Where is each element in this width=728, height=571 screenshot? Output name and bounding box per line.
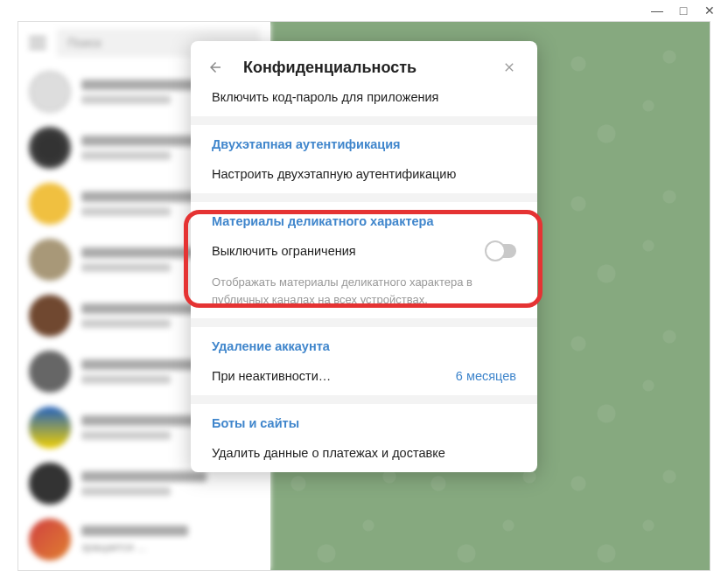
avatar [29, 351, 71, 393]
clear-payment-data-row[interactable]: Удалить данные о платежах и доставке [191, 437, 537, 472]
window-controls: — □ ✕ [644, 2, 723, 19]
section-divider [191, 193, 537, 202]
delete-inactivity-value: 6 месяцев [456, 369, 516, 383]
passcode-row[interactable]: Включить код-пароль для приложения [191, 90, 537, 116]
delete-inactivity-row[interactable]: При неактивности… 6 месяцев [191, 360, 537, 395]
avatar [29, 519, 71, 561]
two-step-section-title: Двухэтапная аутентификация [191, 125, 537, 158]
disable-filtering-toggle[interactable] [486, 244, 516, 258]
sensitive-content-section-title: Материалы деликатного характера [191, 202, 537, 235]
avatar [29, 127, 71, 169]
privacy-settings-modal: Конфиденциальность Включить код-пароль д… [191, 41, 537, 472]
modal-body: Включить код-пароль для приложения Двухэ… [191, 90, 537, 472]
delete-account-section-title: Удаление аккаунта [191, 327, 537, 360]
delete-inactivity-label: При неактивности… [212, 369, 331, 383]
section-divider [191, 395, 537, 404]
modal-title: Конфиденциальность [243, 59, 499, 77]
avatar [29, 407, 71, 449]
menu-icon[interactable] [29, 37, 46, 49]
back-button[interactable] [205, 57, 226, 78]
chat-preview-text: зращается … [81, 541, 260, 554]
disable-filtering-label: Выключить ограничения [212, 244, 356, 258]
avatar [29, 183, 71, 225]
section-divider [191, 318, 537, 327]
chat-list-item[interactable]: зращается … [18, 512, 270, 568]
window-close-button[interactable]: ✕ [696, 2, 723, 19]
avatar [29, 239, 71, 281]
avatar [29, 71, 71, 113]
avatar [29, 295, 71, 337]
bots-section-title: Боты и сайты [191, 404, 537, 437]
avatar [29, 463, 71, 505]
close-icon [502, 60, 516, 74]
arrow-left-icon [207, 59, 223, 75]
section-divider [191, 116, 537, 125]
modal-header: Конфиденциальность [191, 41, 537, 90]
window-maximize-button[interactable]: □ [670, 2, 696, 19]
sensitive-content-hint: Отображать материалы деликатного характе… [191, 270, 537, 318]
two-step-setup-row[interactable]: Настроить двухэтапную аутентификацию [191, 158, 537, 193]
window-minimize-button[interactable]: — [644, 2, 670, 19]
disable-filtering-row[interactable]: Выключить ограничения [191, 235, 537, 270]
close-button[interactable] [499, 57, 520, 78]
